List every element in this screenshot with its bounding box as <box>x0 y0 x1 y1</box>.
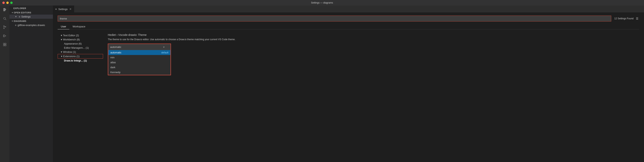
run-activity-icon[interactable] <box>2 33 8 39</box>
dropdown-option-atlas[interactable]: atlas <box>108 60 170 65</box>
window-title: Settings — diagrams <box>311 1 333 4</box>
diagrams-group[interactable]: ▾ Diagrams <box>10 19 53 23</box>
tree-drawio-label: Draw.io Integr... (1) <box>64 59 87 62</box>
tree-drawio[interactable]: Draw.io Integr... (1) <box>58 58 103 63</box>
tree-window-chevron: ▾ <box>61 50 62 53</box>
settings-tab-icon: ≡ <box>55 8 57 11</box>
dropdown-option-automatic[interactable]: automatic default <box>108 50 170 55</box>
tree-appearance[interactable]: Appearance (6) <box>58 42 103 46</box>
dropdown-option-min[interactable]: min <box>108 55 170 60</box>
tree-extensions[interactable]: ▾ Extensions (1) <box>58 54 103 58</box>
dropdown-option-kennedy[interactable]: Kennedy <box>108 70 170 75</box>
settings-content: 12 Settings Found ☰ User Workspace ▾ Tex… <box>53 12 644 162</box>
tree-editor-management[interactable]: Editor Managem... (1) <box>58 46 103 50</box>
setting-desc: The theme to use for the Draw.io editor.… <box>108 38 634 41</box>
dropdown-selected-value: automatic <box>110 45 121 48</box>
settings-tree: ▾ Text Editor (2) ▾ Workbench (8) Appear… <box>58 32 103 159</box>
tree-text-editor-label: Text Editor (2) <box>63 34 79 37</box>
svg-rect-1 <box>3 9 6 9</box>
search-activity-icon[interactable] <box>2 16 8 21</box>
tab-bar: ≡ Settings ✕ <box>53 5 644 12</box>
tree-editor-management-label: Editor Managem... (1) <box>64 46 89 49</box>
search-input-wrapper <box>58 15 611 21</box>
tree-extensions-chevron: ▾ <box>61 55 62 58</box>
sidebar: Explorer ▾ Open Editors ✕ ≡ Settings ▾ D… <box>10 5 53 162</box>
dropdown-list: automatic default min atlas dark <box>108 50 170 75</box>
tree-text-editor[interactable]: ▾ Text Editor (2) <box>58 33 103 37</box>
dropdown-option-atlas-label: atlas <box>110 61 116 64</box>
dropdown-option-automatic-badge: default <box>161 51 168 54</box>
svg-point-6 <box>4 26 4 26</box>
setting-title: Hediet › Vscode-drawio: Theme <box>108 33 634 36</box>
svg-marker-10 <box>4 35 6 37</box>
tree-text-editor-chevron: ▾ <box>61 34 62 37</box>
svg-rect-13 <box>5 43 6 44</box>
sidebar-item-settings[interactable]: ✕ ≡ Settings <box>10 14 53 19</box>
svg-rect-2 <box>3 10 6 10</box>
settings-close-icon[interactable]: ✕ <box>15 15 17 18</box>
search-results-badge: 12 Settings Found <box>614 17 634 20</box>
extensions-activity-icon[interactable] <box>2 42 8 47</box>
search-input[interactable] <box>58 15 611 21</box>
svg-rect-15 <box>5 45 6 46</box>
svg-rect-14 <box>3 45 4 46</box>
settings-tab-label: Settings <box>58 8 68 11</box>
drawio-file-icon: ≡ <box>15 24 16 27</box>
settings-list-icon[interactable]: ☰ <box>635 16 639 21</box>
tree-extensions-label: Extensions (1) <box>63 55 80 58</box>
source-control-activity-icon[interactable] <box>2 24 8 30</box>
close-button[interactable] <box>2 1 5 4</box>
dropdown-selected[interactable]: automatic ∨ <box>108 44 170 50</box>
settings-item-label: Settings <box>21 15 30 18</box>
tab-workspace[interactable]: Workspace <box>69 24 88 29</box>
dropdown-option-kennedy-label: Kennedy <box>110 71 120 74</box>
settings-right: Hediet › Vscode-drawio: Theme The theme … <box>103 32 639 159</box>
search-bar-row: 12 Settings Found ☰ <box>58 15 639 21</box>
sidebar-title: Explorer <box>10 5 53 10</box>
title-bar: Settings — diagrams <box>0 0 644 5</box>
tree-workbench-chevron: ▾ <box>61 38 62 41</box>
settings-tab[interactable]: ≡ Settings ✕ <box>53 5 74 12</box>
tree-workbench-label: Workbench (8) <box>63 38 80 41</box>
dropdown-wrapper: automatic ∨ automatic default min <box>108 43 171 75</box>
dropdown-option-min-label: min <box>110 56 114 59</box>
sidebar-item-gitflow[interactable]: ≡ gitflow-examples.drawio <box>10 23 53 27</box>
tab-user[interactable]: User <box>58 24 69 29</box>
dropdown-option-automatic-label: automatic <box>110 51 122 54</box>
svg-point-7 <box>4 28 4 29</box>
open-editors-chevron: ▾ <box>12 12 13 13</box>
tree-appearance-label: Appearance (6) <box>64 42 82 45</box>
minimize-button[interactable] <box>6 1 9 4</box>
svg-line-5 <box>5 19 6 20</box>
tree-workbench[interactable]: ▾ Workbench (8) <box>58 37 103 42</box>
editor-area: ≡ Settings ✕ 12 Settings Found ☰ User Wo… <box>53 5 644 162</box>
svg-rect-0 <box>3 8 5 9</box>
tree-window[interactable]: ▾ Window (1) <box>58 50 103 54</box>
tree-window-label: Window (1) <box>63 50 76 53</box>
dropdown-arrow-icon: ∨ <box>163 46 165 48</box>
app-body: Explorer ▾ Open Editors ✕ ≡ Settings ▾ D… <box>0 5 644 162</box>
gitflow-label: gitflow-examples.drawio <box>18 24 45 27</box>
settings-file-icon: ≡ <box>19 15 20 18</box>
diagrams-label: Diagrams <box>14 20 26 22</box>
svg-rect-3 <box>3 11 5 11</box>
activity-bar <box>0 5 10 162</box>
settings-body: ▾ Text Editor (2) ▾ Workbench (8) Appear… <box>58 32 639 159</box>
settings-tab-close[interactable]: ✕ <box>69 8 72 10</box>
open-editors-group[interactable]: ▾ Open Editors <box>10 10 53 14</box>
maximize-button[interactable] <box>10 1 13 4</box>
open-editors-label: Open Editors <box>14 11 32 14</box>
svg-rect-12 <box>3 43 4 44</box>
window-controls[interactable] <box>2 1 13 4</box>
dropdown-option-dark[interactable]: dark <box>108 65 170 70</box>
diagrams-chevron: ▾ <box>12 20 13 22</box>
settings-tabs: User Workspace <box>58 24 639 29</box>
explorer-activity-icon[interactable] <box>2 7 8 13</box>
dropdown-option-dark-label: dark <box>110 66 115 69</box>
